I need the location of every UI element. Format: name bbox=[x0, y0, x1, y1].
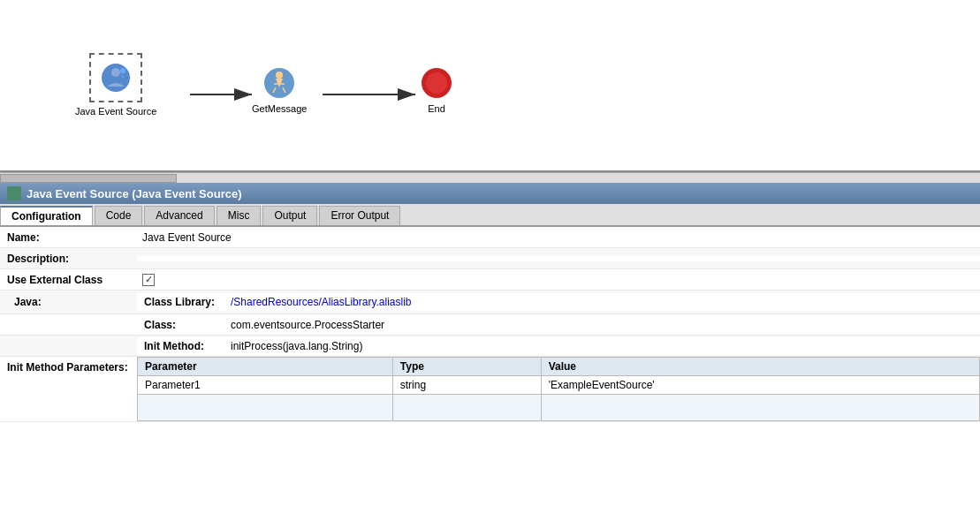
params-table: Parameter Type Value Parameter1 string '… bbox=[137, 357, 980, 421]
init-method-value[interactable]: initProcess(java.lang.String) bbox=[225, 337, 980, 355]
java-label: Java: bbox=[7, 293, 49, 311]
prop-row-init-method: Init Method: initProcess(java.lang.Strin… bbox=[0, 336, 980, 357]
description-value[interactable] bbox=[137, 256, 980, 261]
use-external-class-label: Use External Class bbox=[0, 271, 137, 289]
svg-point-5 bbox=[120, 68, 125, 73]
tab-code[interactable]: Code bbox=[95, 206, 143, 225]
node-end[interactable]: End bbox=[420, 66, 453, 114]
tab-advanced[interactable]: Advanced bbox=[144, 206, 214, 225]
panel-header: Java Event Source (Java Event Source) bbox=[0, 183, 980, 204]
panel-header-icon bbox=[7, 186, 21, 200]
get-message-icon bbox=[261, 66, 298, 100]
prop-row-init-method-params: Init Method Parameters: Parameter Type V… bbox=[0, 357, 980, 422]
init-method-params-label: Init Method Parameters: bbox=[0, 357, 137, 376]
class-label: Class: bbox=[137, 316, 225, 334]
workflow-canvas: Java Event Source GetMessage End bbox=[0, 0, 980, 172]
use-external-class-checkbox-cell: ✓ bbox=[137, 271, 980, 289]
prop-row-class-library: Java: Class Library: /SharedResources/Al… bbox=[0, 291, 980, 314]
params-col-value: Value bbox=[541, 358, 979, 376]
svg-point-3 bbox=[102, 64, 130, 92]
tab-configuration[interactable]: Configuration bbox=[0, 206, 93, 225]
params-table-header-row: Parameter Type Value bbox=[138, 358, 980, 376]
canvas-scrollbar-thumb[interactable] bbox=[0, 174, 177, 183]
properties-content: Name: Java Event Source Description: Use… bbox=[0, 227, 980, 506]
params-table-row-empty bbox=[138, 395, 980, 421]
node-java-event-source[interactable]: Java Event Source bbox=[75, 53, 156, 117]
param-1-parameter: Parameter1 bbox=[138, 376, 393, 395]
params-table-container: Parameter Type Value Parameter1 string '… bbox=[137, 357, 980, 421]
tab-error-output[interactable]: Error Output bbox=[319, 206, 400, 225]
tab-output[interactable]: Output bbox=[262, 206, 317, 225]
node-java-event-source-label: Java Event Source bbox=[75, 106, 156, 117]
svg-point-7 bbox=[276, 72, 283, 79]
description-label: Description: bbox=[0, 250, 137, 268]
name-label: Name: bbox=[0, 229, 137, 246]
prop-row-class: Class: com.eventsource.ProcessStarter bbox=[0, 314, 980, 336]
use-external-class-checkbox[interactable]: ✓ bbox=[142, 274, 155, 286]
tabs-bar: Configuration Code Advanced Misc Output … bbox=[0, 204, 980, 227]
param-1-type: string bbox=[392, 376, 541, 395]
params-col-type: Type bbox=[392, 358, 541, 376]
canvas-scrollbar[interactable] bbox=[0, 172, 980, 183]
name-value[interactable]: Java Event Source bbox=[137, 229, 980, 246]
node-get-message[interactable]: GetMessage bbox=[252, 66, 307, 114]
prop-row-description: Description: bbox=[0, 248, 980, 269]
svg-point-4 bbox=[111, 68, 120, 77]
class-library-label: Class Library: bbox=[137, 293, 225, 311]
class-library-value[interactable]: /SharedResources/AliasLibrary.aliaslib bbox=[225, 293, 980, 311]
end-icon bbox=[420, 66, 453, 100]
tab-misc[interactable]: Misc bbox=[217, 206, 262, 225]
java-section: Java: Class Library: /SharedResources/Al… bbox=[0, 291, 980, 357]
init-method-label: Init Method: bbox=[137, 337, 225, 355]
properties-panel: Java Event Source (Java Event Source) Co… bbox=[0, 183, 980, 506]
params-col-parameter: Parameter bbox=[138, 358, 393, 376]
params-table-row-1[interactable]: Parameter1 string 'ExampleEventSource' bbox=[138, 376, 980, 395]
panel-title: Java Event Source (Java Event Source) bbox=[27, 187, 242, 200]
class-value[interactable]: com.eventsource.ProcessStarter bbox=[225, 316, 980, 334]
prop-row-name: Name: Java Event Source bbox=[0, 227, 980, 248]
node-end-label: End bbox=[428, 103, 445, 114]
java-event-source-icon bbox=[98, 62, 133, 94]
param-1-value: 'ExampleEventSource' bbox=[541, 376, 979, 395]
svg-point-9 bbox=[426, 72, 447, 94]
node-get-message-label: GetMessage bbox=[252, 103, 307, 114]
prop-row-use-external-class: Use External Class ✓ bbox=[0, 269, 980, 291]
